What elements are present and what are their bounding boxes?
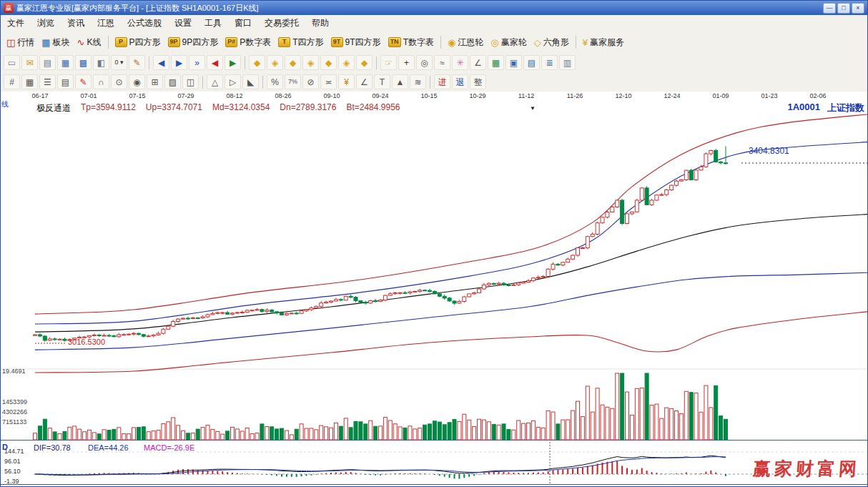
pane-tab-kline[interactable]: 线	[1, 99, 9, 109]
toolbar3-icon-21[interactable]: ∠	[356, 74, 373, 89]
toolbar3-glyph: △	[212, 78, 218, 87]
window-title: 赢家江恩专业版[赢家内部服务平台] - [上证指数 SH1A0001-167日K…	[16, 3, 259, 14]
toolbar1-item-5[interactable]: 9P9P四方形	[164, 35, 222, 50]
toolbar3-icon-20[interactable]: ¥	[338, 74, 355, 89]
toolbar2-icon-11[interactable]: »	[189, 55, 205, 70]
toolbar2-icon-2[interactable]: ▤	[39, 55, 56, 70]
volume-scale-3: 7151133	[2, 418, 26, 425]
menu-1[interactable]: 浏览	[31, 15, 61, 31]
toolbar1-item-0[interactable]: ◫行情	[3, 35, 38, 50]
toolbar2-icon-20[interactable]: ◈	[338, 55, 355, 70]
chart-canvas[interactable]	[1, 101, 868, 485]
menu-4[interactable]: 公式选股	[121, 15, 168, 31]
toolbar3-icon-3[interactable]: ▤	[57, 74, 74, 89]
toolbar3-icon-8[interactable]: ⊞	[147, 74, 163, 89]
toolbar2-icon-18[interactable]: ◈	[302, 55, 319, 70]
date-axis[interactable]: 06-1707-0107-1507-2908-1208-2609-1009-24…	[1, 92, 867, 102]
toolbar2-icon-7[interactable]: ✎	[129, 55, 145, 70]
toolbar3-icon-5[interactable]: ∩	[93, 74, 109, 89]
toolbar2-icon-33[interactable]: ▥	[559, 55, 576, 70]
toolbar1-item-11[interactable]: ◉江恩轮	[444, 35, 487, 50]
toolbar3-glyph: 退	[456, 78, 465, 87]
toolbar2-icon-23[interactable]: ☞	[380, 55, 397, 70]
toolbar3-icon-22[interactable]: T	[374, 74, 390, 89]
toolbar2-icon-12[interactable]: ◀	[207, 55, 223, 70]
toolbar2-icon-17[interactable]: ◆	[285, 55, 301, 70]
toolbar3-icon-23[interactable]: ▲	[392, 74, 408, 89]
toolbar2-icon-4[interactable]: ▩	[75, 55, 92, 70]
toolbar2-icon-0[interactable]: ▭	[4, 55, 20, 70]
toolbar3-icon-27[interactable]: 退	[452, 74, 468, 89]
menu-5[interactable]: 设置	[168, 15, 198, 31]
maximize-button[interactable]: □	[837, 3, 850, 14]
toolbar1-item-13[interactable]: ◇六角形	[531, 35, 573, 50]
toolbar1-item-15[interactable]: ¥赢家服务	[579, 35, 628, 50]
date-tick: 09-10	[323, 92, 340, 99]
toolbar2-icon-26[interactable]: ≈	[434, 55, 450, 70]
toolbar3-icon-24[interactable]: ≋	[410, 74, 426, 89]
toolbar2-icon-5[interactable]: ◧	[93, 55, 109, 70]
menu-2[interactable]: 资讯	[61, 15, 91, 31]
toolbar2-icon-3[interactable]: ▦	[57, 55, 74, 70]
menu-3[interactable]: 江恩	[91, 15, 121, 31]
toolbar2-icon-9[interactable]: ◀	[153, 55, 169, 70]
toolbar2-icon-32[interactable]: ≣	[541, 55, 558, 70]
toolbar3-icon-6[interactable]: ⊙	[111, 74, 127, 89]
menu-8[interactable]: 交易委托	[258, 15, 305, 31]
chart-area[interactable]: 线 极反通道 Tp=3594.9112 Up=3374.7071 Md=3124…	[1, 101, 868, 485]
toolbar2-icon-13[interactable]: ▶	[225, 55, 241, 70]
toolbar2-icon-24[interactable]: +	[398, 55, 415, 70]
toolbar2-icon-10[interactable]: ▶	[171, 55, 187, 70]
toolbar1-item-7[interactable]: TT四方形	[275, 35, 327, 50]
toolbar2-icon-25[interactable]: ◎	[416, 55, 433, 70]
macd-dif-value: DIF=30.78	[34, 443, 71, 452]
toolbar2-icon-27[interactable]: ✳	[452, 55, 468, 70]
toolbar3-glyph: ≍	[325, 78, 332, 87]
toolbar2-icon-28[interactable]: ∠	[470, 55, 486, 70]
toolbar2-icon-29[interactable]: ▦	[488, 55, 504, 70]
toolbar2-icon-15[interactable]: ◆	[249, 55, 265, 70]
toolbar3-icon-10[interactable]: ◫	[182, 74, 199, 89]
toolbar3-icon-18[interactable]: ⊘	[302, 74, 319, 89]
site-watermark: 赢家财富网	[752, 457, 861, 481]
toolbar2-icon-1[interactable]: ✉	[21, 55, 38, 70]
toolbar3-icon-7[interactable]: ◉	[129, 74, 145, 89]
toolbar3-icon-16[interactable]: %	[267, 74, 283, 89]
toolbar1-item-9[interactable]: TNT数字表	[385, 35, 438, 50]
toolbar3-icon-12[interactable]: △	[207, 74, 223, 89]
menu-9[interactable]: 帮助	[305, 15, 335, 31]
toolbar-separator	[202, 76, 203, 89]
toolbar3-icon-1[interactable]: ▦	[21, 74, 38, 89]
toolbar1-item-1[interactable]: ▦板块	[38, 35, 73, 50]
toolbar2-glyph: ▦	[492, 59, 500, 67]
toolbar3-icon-28[interactable]: 整	[470, 74, 486, 89]
toolbar2-icon-16[interactable]: ◈	[267, 55, 283, 70]
toolbar3-icon-4[interactable]: ✎	[75, 74, 92, 89]
toolbar1-item-6[interactable]: P#P数字表	[222, 35, 275, 50]
menu-6[interactable]: 工具	[198, 15, 228, 31]
macd-value: MACD=-26.9E	[144, 443, 194, 452]
toolbar2-icon-31[interactable]: ▤	[523, 55, 540, 70]
toolbar3-icon-9[interactable]: ▨	[164, 74, 181, 89]
toolbar3-icon-2[interactable]: ☰	[39, 74, 56, 89]
toolbar1-item-8[interactable]: 9T9T四方形	[327, 35, 385, 50]
toolbar2-icon-30[interactable]: ▣	[505, 55, 522, 70]
toolbar3-icon-17[interactable]: 7%	[285, 74, 301, 89]
toolbar2-icon-6[interactable]: 0 ▾	[111, 55, 127, 70]
toolbar1-item-12[interactable]: ◎赢家轮	[487, 35, 530, 50]
toolbar3-icon-14[interactable]: ◣	[242, 74, 259, 89]
close-button[interactable]: ×	[852, 3, 864, 14]
toolbar3-icon-26[interactable]: 进	[434, 74, 450, 89]
toolbar1-item-4[interactable]: PP四方形	[112, 35, 164, 50]
menu-0[interactable]: 文件	[1, 15, 31, 31]
toolbar3-icon-13[interactable]: ▷	[225, 74, 241, 89]
toolbar3-icon-0[interactable]: #	[4, 74, 20, 89]
toolbar3-icon-19[interactable]: ≍	[320, 74, 337, 89]
toolbar-separator	[430, 76, 430, 89]
toolbar2-icon-19[interactable]: ◆	[320, 55, 337, 70]
menu-7[interactable]: 窗口	[228, 15, 258, 31]
toolbar2-glyph: ✳	[456, 59, 463, 67]
toolbar2-icon-21[interactable]: ◆	[356, 55, 373, 70]
toolbar1-item-2[interactable]: ∿K线	[74, 35, 105, 50]
minimize-button[interactable]: —	[823, 3, 836, 14]
